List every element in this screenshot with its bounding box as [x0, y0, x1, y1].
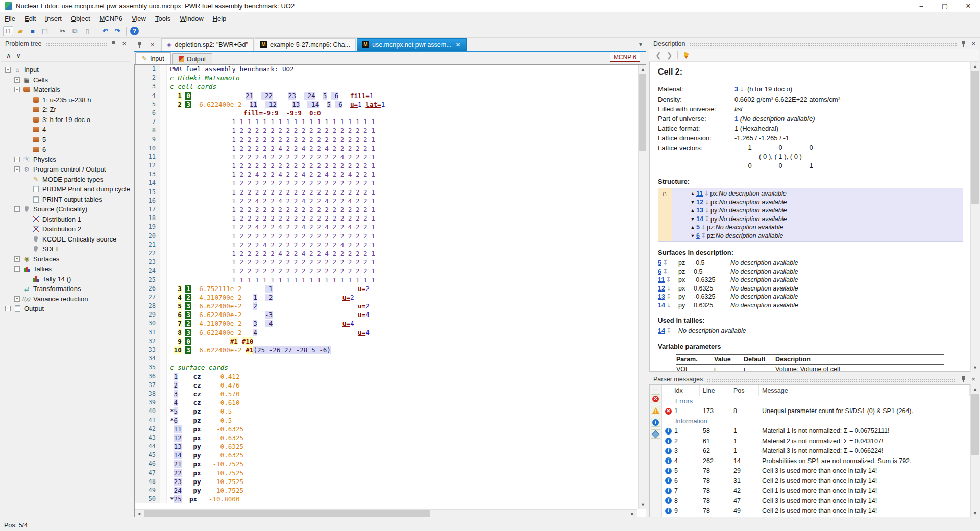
- message-row[interactable]: i1581Material 1 is not normalized: Σ = 0…: [662, 426, 970, 437]
- message-row[interactable]: i57829Cell 3 is used more than once in t…: [662, 466, 970, 476]
- drag-handle-icon[interactable]: ⋯: [653, 386, 658, 392]
- expand-toggle-icon[interactable]: +: [5, 306, 11, 311]
- redo-icon[interactable]: ↷: [112, 26, 122, 36]
- jump-to-icon[interactable]: ↧: [738, 86, 745, 93]
- scroll-right-icon[interactable]: ►: [628, 510, 637, 517]
- tree-item-tallies[interactable]: −Tallies: [1, 264, 130, 274]
- menu-insert[interactable]: Insert: [40, 13, 66, 24]
- code-line[interactable]: 32 9 0 #1 #10: [135, 337, 637, 346]
- tree-item-variance-reduction[interactable]: +f(x)Variance reduction: [1, 294, 130, 304]
- menu-window[interactable]: Window: [175, 13, 208, 24]
- surface-link[interactable]: 6: [696, 232, 700, 239]
- code-line[interactable]: 12 1 2 2 2 2 2 2 2 2 2 2 2 2 2 2 2 2 2 1: [135, 161, 637, 170]
- tree-item-kcode-criticality-source[interactable]: KCODE Criticality source: [1, 234, 130, 245]
- close-tab-icon[interactable]: ✕: [456, 41, 461, 49]
- tree-item-tally-14[interactable]: Tally 14 (): [1, 274, 130, 284]
- menu-mcnp6[interactable]: MCNP6: [95, 13, 128, 24]
- code-line[interactable]: 31 8 3 6.622400e-2 4 u=4: [135, 328, 637, 337]
- tally-link[interactable]: 14: [658, 327, 665, 334]
- filter-errors-button[interactable]: ✕: [651, 394, 660, 403]
- tree-item-sdef[interactable]: SDEF: [1, 244, 130, 254]
- message-row[interactable]: i97849Cell 2 is used more than once in t…: [662, 506, 970, 516]
- surface-link[interactable]: 11: [658, 276, 665, 283]
- surface-link[interactable]: 14: [658, 302, 665, 309]
- code-line[interactable]: 28 5 3 6.622400e-2 2 u=2: [135, 302, 637, 310]
- tree-item-source-criticality[interactable]: −Source (Criticality): [1, 204, 130, 214]
- close-document-icon[interactable]: ×: [149, 41, 156, 49]
- message-group-label[interactable]: Errors: [662, 396, 970, 406]
- code-line[interactable]: 39 4 cz 0.610: [135, 398, 637, 407]
- message-row[interactable]: ✕11738Unequal parameter count for SI/DS1…: [662, 406, 970, 417]
- jump-to-icon[interactable]: ↧: [703, 215, 710, 223]
- message-row[interactable]: i87847Cell 3 is used more than once in t…: [662, 496, 970, 506]
- code-line[interactable]: 1PWR fuel assembly benchmark: UO2: [135, 65, 637, 74]
- message-group-label[interactable]: Information: [662, 416, 970, 426]
- code-line[interactable]: 47 22 px 10.7525: [135, 469, 637, 477]
- print-icon[interactable]: ▤: [40, 26, 50, 36]
- jump-to-icon[interactable]: ↧: [665, 285, 672, 292]
- code-line[interactable]: 25 1 1 1 1 1 1 1 1 1 1 1 1 1 1 1 1 1 1 1: [135, 276, 637, 284]
- tree-item-transformations[interactable]: ⇄Transformations: [1, 284, 130, 294]
- filter-other-button[interactable]: [651, 429, 660, 439]
- jump-to-icon[interactable]: ↧: [700, 232, 707, 239]
- tab-input[interactable]: ✎ Input: [135, 52, 171, 64]
- jump-to-icon[interactable]: ↧: [665, 302, 672, 309]
- code-line[interactable]: 17 1 2 2 2 2 2 2 2 2 2 2 2 2 2 2 2 2 2 1: [135, 205, 637, 214]
- message-row[interactable]: i77842Cell 1 is used more than once in t…: [662, 486, 970, 496]
- pin-icon[interactable]: [136, 41, 143, 48]
- tree-item-5[interactable]: 5: [1, 135, 130, 145]
- code-line[interactable]: 3c cell cards: [135, 82, 637, 91]
- scroll-down-icon[interactable]: ▼: [971, 363, 979, 372]
- expand-toggle-icon[interactable]: +: [14, 296, 20, 302]
- menu-edit[interactable]: Edit: [20, 13, 40, 24]
- forward-icon[interactable]: ❯: [667, 51, 673, 59]
- scrollbar-thumb[interactable]: [971, 71, 979, 204]
- tree-item-input[interactable]: −⌂Input: [1, 65, 130, 75]
- code-line[interactable]: 6 fill=-9:9 -9:9 0:0: [135, 109, 637, 117]
- expand-toggle-icon[interactable]: +: [14, 77, 20, 83]
- tree-item-materials[interactable]: −Materials: [1, 85, 130, 95]
- message-row[interactable]: i3621Material 3 is not normalized: Σ = 0…: [662, 446, 970, 456]
- left-splitter[interactable]: [130, 38, 133, 517]
- message-row[interactable]: i67831Cell 2 is used more than once in t…: [662, 476, 970, 486]
- code-line[interactable]: 42 11 px -0.6325: [135, 425, 637, 433]
- menu-tools[interactable]: Tools: [151, 13, 175, 24]
- code-line[interactable]: 34: [135, 354, 637, 363]
- move-down-icon[interactable]: ∨: [16, 52, 21, 59]
- expand-toggle-icon[interactable]: −: [5, 67, 11, 73]
- code-line[interactable]: 37 2 cz 0.476: [135, 381, 637, 390]
- code-line[interactable]: 26 3 1 6.752111e-2 -1 u=2: [135, 284, 637, 293]
- parser-column-header[interactable]: Line: [700, 385, 730, 396]
- surface-link[interactable]: 13: [696, 207, 703, 214]
- code-line[interactable]: 49 24 py 10.7525: [135, 486, 637, 495]
- minimize-button[interactable]: –: [910, 0, 933, 12]
- expand-toggle-icon[interactable]: −: [14, 266, 20, 272]
- parser-column-header[interactable]: Idx: [662, 385, 700, 396]
- document-tab-2[interactable]: Muse.mcnpx.net pwr assem...✕: [357, 38, 467, 51]
- open-folder-icon[interactable]: ▰: [15, 26, 26, 36]
- pin-icon[interactable]: [960, 376, 967, 382]
- expand-toggle-icon[interactable]: −: [14, 87, 20, 92]
- parser-column-header[interactable]: Message: [759, 385, 970, 396]
- code-line[interactable]: 45 14 py 0.6325: [135, 451, 637, 460]
- parser-column-header[interactable]: Pos: [730, 385, 759, 396]
- surface-link[interactable]: 12: [696, 199, 703, 206]
- right-splitter[interactable]: [646, 38, 649, 517]
- close-button[interactable]: ✕: [957, 0, 980, 12]
- close-panel-icon[interactable]: ×: [970, 40, 977, 47]
- surface-link[interactable]: 5: [658, 259, 662, 267]
- code-line[interactable]: 14 1 2 2 2 2 2 2 2 2 2 2 2 2 2 2 2 2 2 1: [135, 179, 637, 187]
- cut-icon[interactable]: ✂: [58, 26, 68, 36]
- tree-item-physics[interactable]: +Physics: [1, 155, 130, 165]
- code-line[interactable]: 35c surface cards: [135, 363, 637, 372]
- code-line[interactable]: 40*5 pz -0.5: [135, 407, 637, 416]
- jump-to-icon[interactable]: ↧: [703, 199, 710, 206]
- save-icon[interactable]: ■: [28, 26, 38, 36]
- highlighter-icon[interactable]: [683, 52, 690, 59]
- tree-item-distribution-1[interactable]: Distribution 1: [1, 214, 130, 225]
- jump-to-icon[interactable]: ↧: [700, 224, 707, 231]
- parser-scrollbar[interactable]: ▲ ▼: [970, 384, 979, 517]
- description-scrollbar[interactable]: ▲ ▼: [970, 62, 979, 372]
- menu-object[interactable]: Object: [66, 13, 95, 24]
- code-line[interactable]: 43 12 px 0.6325: [135, 433, 637, 442]
